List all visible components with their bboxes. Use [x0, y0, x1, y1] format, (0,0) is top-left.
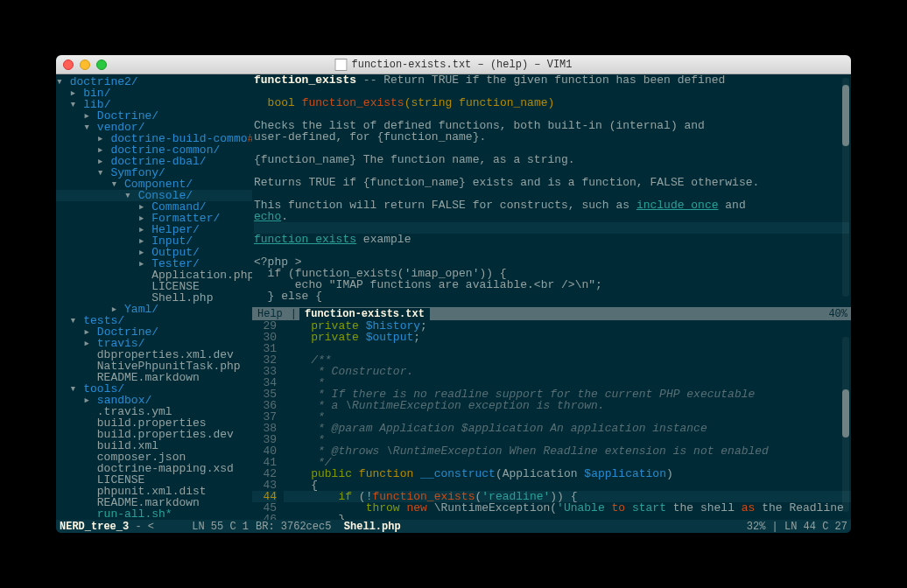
scrollbar-bottom[interactable] — [842, 337, 849, 512]
code-line[interactable]: * a \RuntimeException exception is throw… — [284, 400, 851, 411]
code-statusline: BR: 3762cec5 Shell.php 32% | LN 44 C 27 — [252, 520, 851, 533]
help-line: function_exists example — [254, 234, 849, 245]
help-pane[interactable]: function_exists -- Return TRUE if the gi… — [252, 74, 851, 307]
help-content: function_exists -- Return TRUE if the gi… — [252, 74, 851, 302]
help-line: bool function_exists(string function_nam… — [254, 97, 849, 108]
filename: Shell.php — [344, 521, 401, 533]
tab-active[interactable]: function-exists.txt — [299, 308, 430, 320]
code-line[interactable]: throw new \RuntimeException('Unable to s… — [284, 502, 851, 514]
tree-line[interactable]: run-all.sh* — [56, 508, 252, 520]
traffic-lights — [63, 60, 107, 70]
code-line[interactable]: private $output; — [284, 332, 851, 343]
tabline: Help | function-exists.txt 40% — [252, 307, 851, 320]
maximize-button[interactable] — [96, 60, 107, 70]
close-button[interactable] — [63, 60, 74, 70]
tab-separator: | — [288, 308, 299, 320]
tab-help[interactable]: Help — [252, 308, 288, 320]
line-number: 46 — [252, 514, 277, 520]
title-text: function-exists.txt – (help) – VIM1 — [351, 59, 572, 71]
tree-pos: LN 55 C 1 — [192, 521, 249, 533]
scroll-thumb-icon[interactable] — [842, 389, 849, 438]
help-line: echo. — [254, 211, 849, 222]
code-line[interactable]: public function __construct(Application … — [284, 468, 851, 480]
code-line[interactable]: * @param Application $application An app… — [284, 423, 851, 434]
code-line[interactable]: } — [284, 514, 851, 520]
document-icon — [334, 59, 347, 71]
help-line: user-defined, for {function_name}. — [254, 131, 849, 143]
main-pane: function_exists -- Return TRUE if the gi… — [252, 74, 851, 533]
minimize-button[interactable] — [80, 60, 90, 70]
help-line: This function will return FALSE for cons… — [254, 200, 849, 211]
code-line[interactable]: * @throws \RuntimeException When Readlin… — [284, 445, 851, 457]
help-line: echo "IMAP functions are available.<br /… — [254, 279, 849, 290]
code-line[interactable]: * Constructor. — [284, 366, 851, 377]
tree-name: NERD_tree_3 — [60, 521, 129, 533]
scrollbar-top[interactable] — [842, 78, 849, 297]
titlebar: function-exists.txt – (help) – VIM1 — [56, 55, 851, 74]
editor-area: ▾ doctrine2/ ▸ bin/ ▾ lib/ ▸ Doctrine/ ▾… — [56, 74, 851, 533]
git-branch: BR: 3762cec5 — [256, 521, 331, 533]
help-line: } else { — [254, 290, 849, 302]
tree-mode: - < — [135, 521, 154, 533]
code-line[interactable] — [284, 343, 851, 354]
code-pos: LN 44 C 27 — [784, 521, 847, 533]
tree-statusline: NERD_tree_3 - < LN 55 C 1 — [56, 520, 252, 533]
file-tree[interactable]: ▾ doctrine2/ ▸ bin/ ▾ lib/ ▸ Doctrine/ ▾… — [56, 74, 252, 520]
help-line: Returns TRUE if {function_name} exists a… — [254, 177, 849, 188]
tab-pct: 40% — [430, 308, 851, 320]
help-line — [254, 245, 849, 256]
line-numbers: 293031323334353637383940414243444546 — [252, 320, 284, 520]
code-content[interactable]: private $history; private $output; /** *… — [284, 320, 851, 520]
help-line: {function_name} The function name, as a … — [254, 154, 849, 165]
code-pct: 32% — [747, 521, 766, 533]
code-pane[interactable]: 293031323334353637383940414243444546 pri… — [252, 320, 851, 520]
help-line: function_exists -- Return TRUE if the gi… — [254, 74, 849, 86]
nerdtree-pane[interactable]: ▾ doctrine2/ ▸ bin/ ▾ lib/ ▸ Doctrine/ ▾… — [56, 74, 252, 533]
window-title: function-exists.txt – (help) – VIM1 — [334, 59, 572, 71]
window: function-exists.txt – (help) – VIM1 ▾ do… — [56, 55, 851, 533]
scroll-thumb-icon[interactable] — [842, 85, 849, 146]
